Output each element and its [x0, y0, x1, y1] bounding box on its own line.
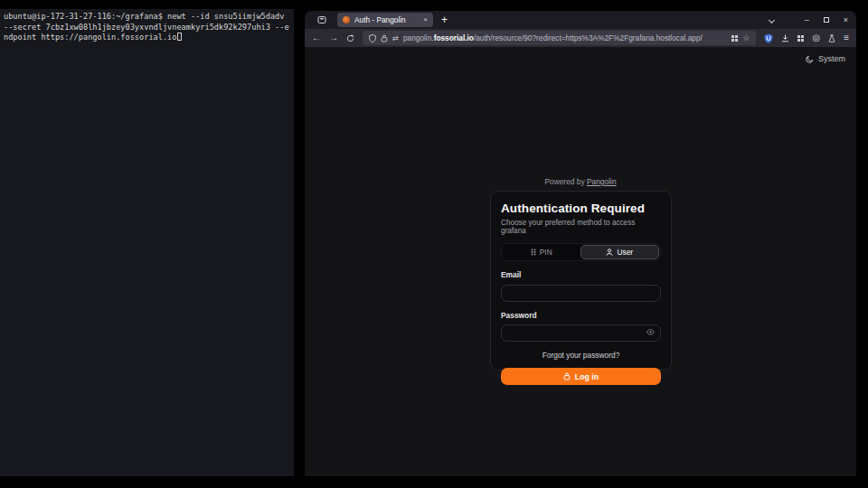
container-grid-icon[interactable]	[731, 35, 738, 42]
user-icon	[606, 249, 613, 256]
terminal-cursor	[177, 33, 182, 41]
pangolin-favicon	[343, 16, 350, 23]
page-action-icon[interactable]: ⇄	[392, 33, 399, 42]
extensions-icon[interactable]	[797, 35, 804, 42]
forward-icon[interactable]: →	[329, 33, 338, 42]
menu-icon[interactable]: ≡	[844, 33, 849, 42]
flask-icon[interactable]	[828, 34, 835, 42]
window-minimize-button[interactable]: –	[805, 16, 809, 24]
window-maximize-button[interactable]	[824, 17, 829, 23]
show-password-eye-icon[interactable]	[646, 329, 655, 335]
new-tab-button[interactable]: +	[441, 14, 448, 25]
tab-title: Auth - Pangolin	[354, 15, 419, 24]
keypad-icon	[531, 249, 536, 256]
browser-window: Auth - Pangolin × + – × ← →	[305, 11, 856, 476]
tab-user-label: User	[617, 248, 633, 257]
firefox-view-icon[interactable]	[317, 15, 326, 24]
reload-icon[interactable]	[346, 34, 354, 42]
window-close-button[interactable]: ×	[844, 16, 848, 24]
login-lock-icon	[563, 372, 571, 380]
powered-by: Powered by Pangolin	[305, 177, 856, 186]
pangolin-link[interactable]: Pangolin	[587, 177, 617, 186]
back-icon[interactable]: ←	[312, 33, 321, 42]
settings-ring-icon[interactable]: ◎	[812, 33, 820, 42]
theme-toggle[interactable]: System	[806, 54, 845, 63]
forgot-password-link[interactable]: Forgot your password?	[501, 351, 661, 360]
tab-close-icon[interactable]: ×	[423, 16, 428, 23]
terminal-window[interactable]: ubuntu@ip-172-31-27-116:~/grafana$ newt …	[0, 9, 294, 476]
tab-auth-pangolin[interactable]: Auth - Pangolin ×	[337, 13, 433, 27]
window-controls: – ×	[769, 16, 856, 24]
bookmark-star-icon[interactable]: ☆	[742, 33, 750, 42]
password-field[interactable]	[501, 324, 661, 342]
card-subtitle: Choose your preferred method to access g…	[501, 219, 661, 235]
url-bar[interactable]: ⇄ pangolin.fossorial.io/auth/resource/90…	[363, 31, 756, 45]
lock-icon[interactable]	[381, 34, 388, 42]
downloads-icon[interactable]	[781, 34, 789, 42]
email-label: Email	[501, 270, 661, 279]
nav-toolbar: ← → ⇄ pangolin.fossorial.io/auth/resourc…	[305, 29, 856, 47]
url-text[interactable]: pangolin.fossorial.io/auth/resource/90?r…	[403, 33, 727, 42]
tab-pin-label: PIN	[540, 248, 552, 257]
tab-user[interactable]: User	[580, 245, 660, 259]
login-button[interactable]: Log in	[501, 368, 661, 385]
tracking-protection-shield-icon[interactable]	[369, 34, 376, 42]
login-button-label: Log in	[575, 372, 599, 381]
terminal-line: ubuntu@ip-172-31-27-116:~/grafana$ newt …	[4, 12, 290, 23]
moon-theme-icon	[806, 55, 814, 63]
terminal-line: --secret 7cbz1xw08lh1jbzey03yxvndljvneam…	[4, 23, 290, 33]
password-label: Password	[501, 311, 661, 320]
desktop: ubuntu@ip-172-31-27-116:~/grafana$ newt …	[0, 0, 868, 488]
auth-page: System Powered by Pangolin Authenticatio…	[305, 47, 856, 476]
terminal-line: ndpoint https://pangolin.fossorial.io	[4, 33, 290, 43]
auth-method-tabs: PIN User	[501, 243, 661, 261]
ublock-extension-icon[interactable]	[764, 33, 773, 43]
tab-pin[interactable]: PIN	[503, 245, 580, 259]
card-title: Authentication Required	[501, 202, 661, 215]
list-tabs-chevron-icon[interactable]	[769, 16, 775, 23]
theme-label: System	[818, 54, 845, 63]
tab-strip: Auth - Pangolin × + – ×	[305, 11, 856, 29]
auth-card: Authentication Required Choose your pref…	[490, 191, 672, 371]
email-field[interactable]	[501, 285, 661, 302]
